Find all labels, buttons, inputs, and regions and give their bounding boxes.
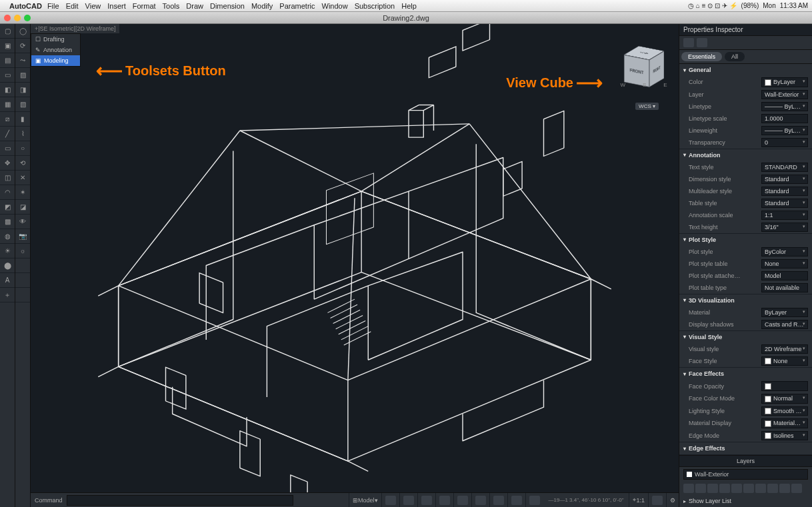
tool-offset-icon[interactable]: ◫ [0, 171, 15, 185]
minimize-icon[interactable] [14, 15, 21, 21]
property-value[interactable]: Material… [761, 418, 808, 428]
tool-slice-icon[interactable]: ⧄ [0, 112, 15, 127]
tool-null-icon[interactable] [15, 258, 30, 273]
toolset-item-modeling[interactable]: ▣ Modeling [31, 55, 80, 66]
compass-w[interactable]: W [621, 82, 626, 95]
menu-tools[interactable]: Tools [163, 2, 180, 10]
tool-box-icon[interactable]: ▢ [0, 24, 15, 39]
tab-essentials[interactable]: Essentials [681, 52, 722, 61]
tool-null3-icon[interactable] [15, 288, 30, 302]
app-name[interactable]: AutoCAD [9, 2, 42, 10]
tool-rect-icon[interactable]: ▭ [0, 141, 15, 156]
section-header-faceeffects[interactable]: Face Effects [679, 368, 812, 380]
sb-snap-icon[interactable] [399, 493, 417, 508]
tool-view-icon[interactable]: 👁 [15, 215, 30, 229]
menu-modify[interactable]: Modify [251, 2, 273, 10]
menu-parametric[interactable]: Parametric [279, 2, 315, 10]
section-header-3dviz[interactable]: 3D Visualization [679, 294, 812, 306]
property-value[interactable]: Model [761, 271, 808, 280]
sb-dyn-icon[interactable] [489, 493, 507, 508]
menu-help[interactable]: Help [401, 2, 417, 10]
property-value[interactable]: None [761, 356, 808, 366]
layer-state-icon[interactable] [767, 484, 778, 493]
property-value[interactable]: ——— ByL… [761, 126, 808, 135]
layer-iso-icon[interactable] [731, 484, 742, 493]
property-value[interactable] [761, 381, 808, 391]
props-mode-icon[interactable] [683, 38, 694, 47]
menubar-status-icon[interactable]: ◷ ⌂ ≡ ⊙ ⊡ ✈ ⚡ [688, 2, 737, 9]
menu-dimension[interactable]: Dimension [210, 2, 245, 10]
menu-insert[interactable]: Insert [107, 2, 126, 10]
tool-circle-icon[interactable]: ○ [15, 141, 30, 156]
viewport-label[interactable]: +|SE Isometric|[2D Wireframe] [31, 24, 119, 33]
clock-day[interactable]: Mon [763, 2, 775, 9]
property-value[interactable]: 1:1 [761, 211, 808, 220]
command-input[interactable] [67, 495, 293, 506]
section-header-plotstyle[interactable]: Plot Style [679, 234, 812, 246]
property-value[interactable]: Isolines [761, 431, 808, 441]
property-value[interactable]: Standard [761, 175, 808, 184]
sb-ortho-icon[interactable] [417, 493, 435, 508]
section-header-general[interactable]: General [679, 64, 812, 76]
tool-network-icon[interactable]: ▨ [15, 68, 30, 83]
menu-window[interactable]: Window [322, 2, 348, 10]
tool-null2-icon[interactable] [15, 273, 30, 288]
tool-polyline-icon[interactable]: ⌇ [15, 127, 30, 141]
sb-otrack-icon[interactable] [471, 493, 489, 508]
property-value[interactable]: STANDARD [761, 163, 808, 172]
tool-face-icon[interactable]: ▦ [0, 97, 15, 112]
layer-freeze-icon[interactable] [695, 484, 706, 493]
tool-camera-icon[interactable]: 📷 [15, 229, 30, 244]
props-pin-icon[interactable] [697, 38, 707, 47]
menu-draw[interactable]: Draw [186, 2, 203, 10]
tool-cylinder-icon[interactable]: ◯ [15, 24, 30, 39]
property-value[interactable]: 2D Wireframe [761, 344, 808, 354]
layer-more2-icon[interactable] [791, 484, 802, 493]
tool-sun-icon[interactable]: ☼ [15, 244, 30, 258]
tool-fillet-icon[interactable]: ◠ [0, 185, 15, 200]
section-header-visualstyle[interactable]: Visual Style [679, 331, 812, 343]
sb-grid-icon[interactable] [381, 493, 399, 508]
tool-erase-icon[interactable]: ✕ [15, 171, 30, 185]
show-layer-list[interactable]: Show Layer List [679, 495, 812, 507]
property-value[interactable]: 0 [761, 138, 808, 147]
layer-off-icon[interactable] [683, 484, 694, 493]
layer-color-icon[interactable] [719, 484, 730, 493]
property-value[interactable]: Smooth … [761, 406, 808, 416]
tool-rotate-icon[interactable]: ⟲ [15, 156, 30, 171]
compass-e[interactable]: E [663, 82, 667, 95]
layer-match-icon[interactable] [755, 484, 766, 493]
tool-text-icon[interactable]: A [0, 273, 15, 288]
battery-status[interactable]: (98%) [741, 2, 759, 9]
property-value[interactable]: Wall-Exterior [761, 90, 808, 99]
layer-lock-icon[interactable] [707, 484, 718, 493]
sb-polar-icon[interactable] [435, 493, 453, 508]
layer-prev-icon[interactable] [743, 484, 754, 493]
tool-mesh-icon[interactable]: ▩ [0, 215, 15, 229]
sb-annoscale-icon[interactable]: ⌖ 1:1 [629, 493, 648, 508]
menu-view[interactable]: View [85, 2, 101, 10]
clock-time[interactable]: 11:33 AM [780, 2, 808, 9]
property-value[interactable]: Not available [761, 283, 808, 292]
tool-planar-icon[interactable]: ▭ [0, 68, 15, 83]
property-value[interactable]: 3/16" [761, 223, 808, 232]
tool-extrude-icon[interactable]: ▣ [0, 39, 15, 53]
menu-file[interactable]: File [47, 2, 59, 10]
property-value[interactable]: Standard [761, 187, 808, 196]
sb-lwt-icon[interactable] [507, 493, 525, 508]
sb-trans-icon[interactable] [525, 493, 543, 508]
compass-s[interactable]: S [643, 82, 646, 95]
current-layer-select[interactable]: Wall-Exterior [683, 469, 808, 480]
property-value[interactable]: ——— ByL… [761, 102, 808, 111]
sb-osnap-icon[interactable] [453, 493, 471, 508]
menu-subscription[interactable]: Subscription [355, 2, 395, 10]
tool-line-icon[interactable]: ╱ [0, 127, 15, 141]
property-value[interactable]: ByLayer [761, 308, 808, 317]
close-icon[interactable] [4, 15, 11, 21]
tool-move-icon[interactable]: ✥ [0, 156, 15, 171]
tool-material-icon[interactable]: ◍ [0, 229, 15, 244]
tool-explode-icon[interactable]: ✶ [15, 185, 30, 200]
toolset-item-drafting[interactable]: ☐ Drafting [31, 34, 80, 45]
menu-edit[interactable]: Edit [66, 2, 79, 10]
model-space-button[interactable]: ⊞ Model ▾ [349, 493, 381, 508]
